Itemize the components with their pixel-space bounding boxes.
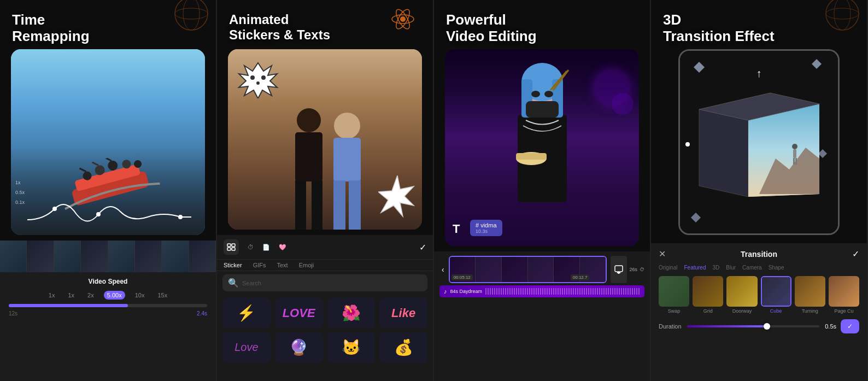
filmstrip-frame: [27, 241, 54, 272]
sticker-grid: ⚡ LOVE 🌺 Like Love 🔮 🐱 💰: [217, 295, 433, 366]
tab-heart-icon[interactable]: 🩷: [279, 244, 286, 251]
tab-camera[interactable]: Camera: [742, 265, 762, 271]
tab-blur[interactable]: Blur: [726, 265, 736, 271]
filmstrip-frame: [0, 241, 27, 272]
text-tool-icon[interactable]: T: [453, 222, 460, 236]
search-icon: 🔍: [228, 278, 239, 288]
svg-point-14: [96, 212, 101, 216]
speed-opt-1[interactable]: 1x: [45, 291, 58, 300]
sticker-item-love[interactable]: LOVE: [275, 298, 323, 328]
sticker-panel: ⏱ 📄 🩷 ✓ Sticker GIFs Text Emoji 🔍 Search…: [217, 235, 433, 381]
video-timeline: ‹ 00:05:12 00:12.7 26s ⏱: [434, 251, 650, 381]
transition-item-pagecurl[interactable]: Page Cu: [829, 276, 859, 314]
svg-rect-62: [793, 158, 795, 165]
svg-rect-23: [312, 180, 322, 230]
timeline-frame: [528, 257, 554, 282]
confirm-button[interactable]: ✓: [852, 249, 859, 259]
svg-rect-50: [615, 266, 623, 272]
music-note-icon: ♪: [444, 288, 447, 295]
svg-point-29: [250, 75, 255, 80]
globe-deco-icon: [172, 0, 210, 33]
nav-dot: [685, 142, 690, 146]
duration-row: Duration 0.5s ✓: [659, 319, 859, 333]
sticker-tabs: ⏱ 📄 🩷 ✓: [217, 235, 433, 260]
pagecurl-label: Page Cu: [834, 308, 853, 314]
panel4-title: 3D Transition Effect: [663, 12, 775, 45]
speed-label-05x: 0.5x: [15, 190, 25, 195]
svg-line-10: [79, 167, 86, 173]
sticker-item-like[interactable]: Like: [379, 298, 427, 328]
svg-rect-26: [333, 180, 345, 230]
sticker-search-bar[interactable]: 🔍 Search: [222, 274, 427, 291]
transition-item-cube[interactable]: Cube: [761, 276, 791, 314]
speed-slider[interactable]: [9, 304, 207, 307]
duration-display: 26s: [629, 267, 637, 272]
sticker-item-gold[interactable]: 💰: [379, 332, 427, 362]
timeline-counter: 26s ⏱: [629, 267, 644, 272]
tab-sticker-icon2[interactable]: ⏱: [248, 244, 254, 250]
speed-opt-10[interactable]: 10x: [132, 291, 148, 300]
tab-sticker[interactable]: Sticker: [224, 262, 242, 268]
clock-icon: ⏱: [640, 267, 644, 272]
music-bar: ♪ 84s Daydream: [439, 285, 644, 297]
grid-label: Grid: [703, 308, 713, 314]
speed-slider-fill: [9, 304, 128, 307]
panel-time-remapping: Time Remapping: [0, 0, 217, 381]
sticker-item-flower[interactable]: 🌺: [327, 298, 376, 328]
svg-point-20: [297, 108, 321, 132]
svg-point-53: [826, 0, 859, 30]
panel-animated-stickers: Animated Stickers & Texts: [217, 0, 434, 381]
3d-cube-svg: [688, 87, 830, 219]
speed-opt-5[interactable]: 5.00x: [104, 291, 125, 300]
panel1-title: Time Remapping: [12, 12, 90, 45]
sticker-item-sunglasses-cat[interactable]: 🐱: [327, 332, 376, 362]
atom-deco-icon: [389, 5, 417, 33]
sticker-item-circle[interactable]: 🔮: [275, 332, 323, 362]
speed-opt-15[interactable]: 15x: [154, 291, 171, 300]
svg-rect-61: [793, 149, 796, 158]
filmstrip-frame: [54, 241, 81, 272]
speed-label-01x: 0.1x: [15, 200, 25, 205]
tab-file-icon[interactable]: 📄: [262, 244, 270, 251]
svg-point-30: [261, 75, 266, 80]
timestamp-end: 00:12.7: [571, 274, 590, 280]
svg-rect-22: [295, 180, 306, 230]
panel4-main-image: ↑: [662, 49, 856, 235]
filmstrip-frame: [108, 241, 135, 272]
pagecurl-thumb: [829, 276, 859, 307]
tab-original[interactable]: Original: [659, 265, 677, 271]
gem-icon: [812, 59, 822, 69]
speed-opt-2[interactable]: 2x: [84, 291, 97, 300]
add-clip-icon[interactable]: [614, 265, 624, 274]
tab-featured[interactable]: Featured: [684, 265, 706, 271]
tab-emoji[interactable]: Emoji: [299, 262, 314, 268]
panel-3d-transition: 3D Transition Effect ↑: [651, 0, 868, 381]
close-button[interactable]: ✕: [659, 249, 666, 259]
transition-item-turning[interactable]: Turning: [795, 276, 825, 314]
panel3-main-image: VIDMA EDITOR T # vidma 10.3s: [445, 49, 639, 246]
tab-text[interactable]: Text: [277, 262, 288, 268]
duration-slider[interactable]: [687, 325, 820, 327]
transition-tabs: Original Featured 3D Blur Camera Shape: [659, 265, 859, 271]
duration-thumb: [764, 323, 770, 330]
trans-header: ✕ Transition ✓: [659, 249, 859, 259]
speed-opt-1b[interactable]: 1x: [64, 291, 78, 300]
svg-point-15: [178, 215, 183, 219]
duration-label: Duration: [659, 323, 682, 330]
sticker-item-lightning[interactable]: ⚡: [222, 298, 271, 328]
timeline-prev-arrow[interactable]: ‹: [439, 264, 447, 275]
tab-3d[interactable]: 3D: [713, 265, 720, 271]
svg-rect-25: [333, 138, 361, 181]
check-icon[interactable]: ✓: [419, 242, 426, 253]
svg-point-60: [792, 144, 797, 149]
transition-title: Transition: [666, 250, 852, 259]
sticker-item-love2[interactable]: Love: [222, 332, 271, 362]
globe-deco-p4-icon: [823, 0, 861, 33]
tab-gifs[interactable]: GIFs: [253, 262, 266, 268]
apply-button[interactable]: ✓: [841, 319, 859, 333]
svg-point-55: [826, 8, 859, 19]
transition-item-swap[interactable]: Swap: [659, 276, 689, 314]
transition-item-doorway[interactable]: Doorway: [726, 276, 757, 314]
transition-item-grid[interactable]: Grid: [693, 276, 723, 314]
tab-shape[interactable]: Shape: [769, 265, 784, 271]
